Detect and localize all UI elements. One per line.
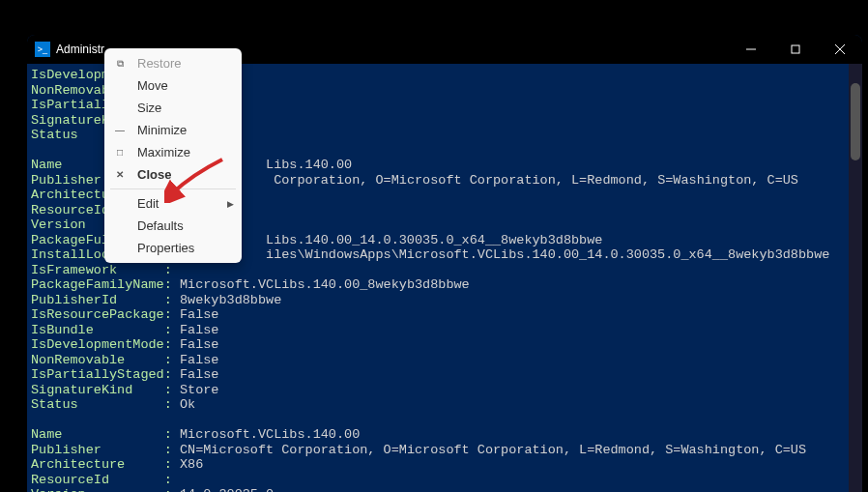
chevron-right-icon: ▶	[227, 199, 234, 209]
menu-properties[interactable]: Properties	[104, 237, 242, 259]
menu-edit-label: Edit	[137, 196, 159, 211]
system-context-menu: ⧉ Restore Move Size — Minimize □ Maximiz…	[104, 48, 242, 263]
menu-move[interactable]: Move	[104, 74, 242, 97]
scrollbar-thumb[interactable]	[851, 83, 860, 160]
menu-edit[interactable]: Edit ▶	[104, 192, 242, 215]
menu-separator	[110, 188, 236, 189]
maximize-icon: □	[114, 147, 126, 159]
restore-icon: ⧉	[114, 58, 126, 70]
menu-close-label: Close	[137, 167, 171, 182]
close-icon: ✕	[114, 169, 126, 181]
menu-move-label: Move	[137, 78, 168, 93]
menu-size-label: Size	[137, 101, 161, 115]
menu-maximize-label: Maximize	[137, 145, 190, 159]
powershell-icon: >_	[35, 42, 50, 57]
svg-rect-1	[792, 45, 799, 53]
menu-close[interactable]: ✕ Close	[104, 163, 242, 186]
menu-maximize[interactable]: □ Maximize	[104, 141, 242, 163]
menu-restore-label: Restore	[137, 56, 182, 71]
menu-minimize[interactable]: — Minimize	[104, 119, 242, 141]
minimize-icon: —	[114, 125, 126, 136]
menu-defaults-label: Defaults	[137, 218, 184, 233]
menu-size[interactable]: Size	[104, 97, 242, 119]
menu-defaults[interactable]: Defaults	[104, 215, 242, 237]
scrollbar[interactable]	[849, 64, 862, 492]
close-button[interactable]	[818, 35, 862, 64]
menu-minimize-label: Minimize	[137, 123, 187, 137]
minimize-button[interactable]	[729, 35, 773, 64]
maximize-button[interactable]	[773, 35, 818, 64]
menu-properties-label: Properties	[137, 241, 194, 255]
menu-restore: ⧉ Restore	[104, 52, 242, 74]
